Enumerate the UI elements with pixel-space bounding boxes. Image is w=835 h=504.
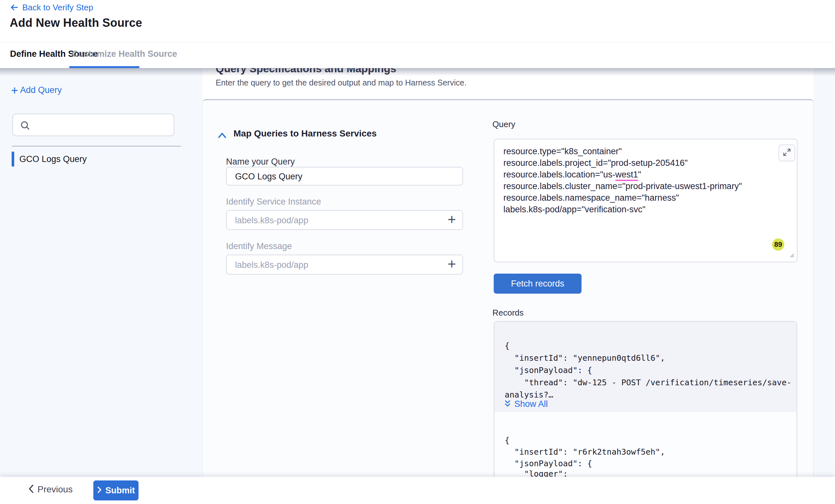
- add-health-source-page: Query Specifications and Mappings Back t…: [0, 0, 835, 504]
- active-tab-underline: [69, 66, 140, 68]
- resize-handle-icon[interactable]: [788, 251, 795, 260]
- records-label: Records: [492, 308, 524, 318]
- query-line: resource.labels.project_id="prod-setup-2…: [503, 158, 688, 168]
- chevron-left-icon: [28, 484, 34, 495]
- active-item-indicator: [12, 152, 14, 167]
- service-instance-field: +: [226, 210, 463, 230]
- chevron-up-icon[interactable]: [218, 132, 227, 140]
- chevron-right-icon: [97, 486, 102, 495]
- query-line: resource.labels.namespace_name="harness": [503, 193, 679, 203]
- previous-label: Previous: [38, 484, 73, 495]
- back-link-label: Back to Verify Step: [22, 3, 93, 13]
- service-instance-input[interactable]: [235, 212, 442, 228]
- query-search-box: [12, 113, 175, 136]
- map-queries-title: Map Queries to Harness Services: [233, 128, 377, 139]
- message-input[interactable]: [235, 257, 442, 273]
- page-title: Add New Health Source: [10, 16, 142, 30]
- spellcheck-underline: west1: [615, 170, 638, 181]
- previous-button[interactable]: Previous: [28, 484, 73, 495]
- record-json-line: "jsonPayload": {: [505, 459, 592, 468]
- add-query-button[interactable]: + Add Query: [11, 85, 62, 95]
- show-all-link[interactable]: Show All: [504, 399, 548, 409]
- records-container: { "insertId": "yennepun0qtd6ll6", "jsonP…: [494, 321, 797, 478]
- add-query-label: Add Query: [20, 85, 62, 95]
- query-label: Query: [492, 119, 515, 129]
- record-json-line: {: [505, 341, 510, 351]
- fetch-records-button[interactable]: Fetch records: [494, 274, 582, 294]
- query-name-field: [226, 167, 463, 186]
- search-input[interactable]: [36, 115, 169, 134]
- query-textarea[interactable]: resource.type="k8s_container" resource.l…: [494, 139, 797, 262]
- sidebar-divider: [12, 146, 181, 146]
- query-item-label: GCO Logs Query: [19, 154, 87, 164]
- sidebar-item-gco-logs-query[interactable]: GCO Logs Query: [12, 152, 186, 167]
- record-json-line: "thread": "dw-125 - POST /verification/t…: [505, 378, 791, 387]
- record-json-line: "insertId": "r6rk2tnah3owf5eh",: [505, 447, 665, 457]
- message-field: +: [226, 255, 463, 275]
- section-subheading: Enter the query to get the desired outpu…: [216, 78, 467, 87]
- submit-label: Submit: [105, 486, 135, 496]
- query-name-input[interactable]: [235, 168, 442, 185]
- add-message-icon[interactable]: +: [448, 255, 456, 273]
- identify-message-label: Identify Message: [226, 241, 292, 251]
- header: Back to Verify Step Add New Health Sourc…: [0, 0, 835, 68]
- char-count-badge: 89: [772, 238, 784, 251]
- query-line: resource.labels.location="us-west1": [503, 170, 641, 180]
- plus-icon: +: [11, 85, 18, 95]
- query-line: resource.labels.cluster_name="prod-priva…: [503, 181, 742, 191]
- query-line: resource.type="k8s_container": [503, 146, 622, 156]
- record-json-line: analysis?…: [505, 390, 553, 399]
- fullscreen-icon: [783, 148, 791, 158]
- back-arrow-icon: [10, 4, 18, 11]
- record-json-line: "jsonPayload": {: [505, 365, 592, 375]
- query-line: labels.k8s-pod/app="verification-svc": [503, 205, 646, 214]
- expand-query-button[interactable]: [778, 145, 795, 161]
- back-link[interactable]: Back to Verify Step: [10, 3, 93, 12]
- submit-button[interactable]: Submit: [93, 480, 139, 501]
- name-your-query-label: Name your Query: [226, 157, 295, 167]
- double-chevron-down-icon: [504, 399, 511, 409]
- query-sidebar: + Add Query GCO Logs Query: [0, 68, 202, 477]
- add-service-instance-icon[interactable]: +: [448, 210, 456, 229]
- footer-bar: Previous Submit: [0, 477, 835, 504]
- record-card: { "insertId": "yennepun0qtd6ll6", "jsonP…: [494, 322, 797, 412]
- record-json-line: {: [505, 436, 510, 445]
- identify-service-instance-label: Identify Service Instance: [226, 197, 321, 207]
- show-all-label: Show All: [514, 399, 548, 409]
- record-json-line: "insertId": "yennepun0qtd6ll6",: [505, 353, 665, 363]
- header-divider: [0, 42, 835, 43]
- tab-customize-health-source[interactable]: Customize Health Source: [72, 49, 177, 59]
- query-mapping-card: Map Queries to Harness Services Name you…: [202, 99, 814, 477]
